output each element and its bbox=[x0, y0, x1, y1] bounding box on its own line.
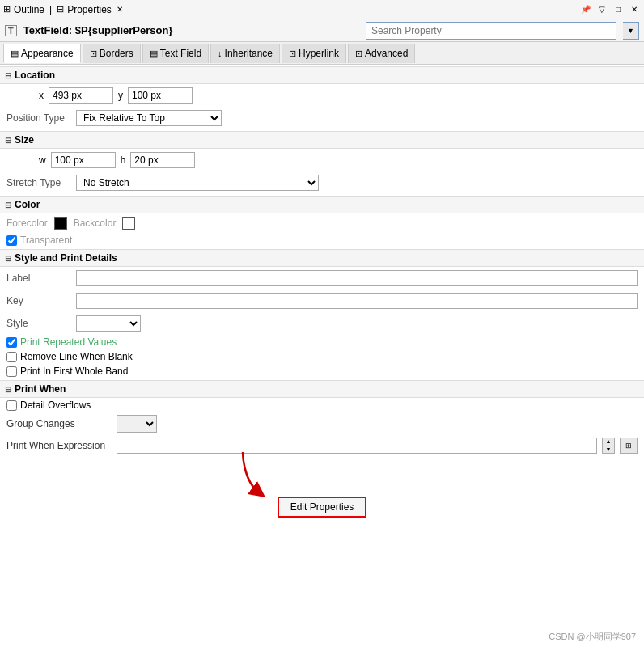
print-when-expr-input[interactable] bbox=[117, 438, 597, 454]
key-row: Key bbox=[0, 290, 644, 312]
color-row: Forecolor Backcolor bbox=[0, 213, 644, 233]
tab-borders[interactable]: ⊡ Borders bbox=[83, 44, 141, 63]
print-first-checkbox[interactable] bbox=[6, 366, 17, 377]
outline-tab[interactable]: Outline bbox=[14, 4, 44, 15]
tab-inheritance[interactable]: ↓ Inheritance bbox=[210, 44, 280, 63]
position-type-row: Position Type Fix Relative To Top Float … bbox=[0, 107, 644, 129]
forecolor-label: Forecolor bbox=[6, 218, 48, 229]
spinner-up-icon[interactable]: ▲ ▼ bbox=[602, 438, 615, 454]
appearance-icon: ▤ bbox=[11, 49, 19, 59]
style-print-section-header: ⊟ Style and Print Details bbox=[0, 249, 644, 267]
minimize-view-icon[interactable]: ▽ bbox=[595, 3, 608, 16]
forecolor-swatch[interactable] bbox=[54, 217, 67, 230]
tab-advanced-label: Advanced bbox=[365, 48, 408, 59]
remove-line-row: Remove Line When Blank bbox=[0, 349, 644, 364]
borders-icon: ⊡ bbox=[90, 49, 97, 59]
group-changes-row: Group Changes bbox=[0, 412, 644, 435]
outline-icon: ⊞ bbox=[3, 4, 11, 15]
x-label: x bbox=[39, 90, 44, 101]
title-bar-left: ⊞ Outline | ⊟ Properties ✕ bbox=[3, 4, 579, 15]
hyperlink-icon: ⊡ bbox=[289, 49, 296, 59]
close-view-icon[interactable]: ✕ bbox=[628, 3, 641, 16]
print-first-row: Print In First Whole Band bbox=[0, 364, 644, 378]
key-input[interactable] bbox=[76, 293, 638, 309]
tab-textfield-label: Text Field bbox=[160, 48, 201, 59]
tabs-row: ▤ Appearance ⊡ Borders ▤ Text Field ↓ In… bbox=[0, 42, 644, 65]
transparent-label: Transparent bbox=[20, 235, 72, 246]
style-select[interactable] bbox=[76, 315, 141, 332]
size-wh-row: w h bbox=[0, 149, 644, 171]
location-xy-row: x y bbox=[0, 84, 644, 107]
backcolor-swatch[interactable] bbox=[122, 217, 135, 230]
print-when-section-label: Print When bbox=[15, 383, 66, 395]
detail-overflows-row: Detail Overflows bbox=[0, 398, 644, 412]
tab-inheritance-label: Inheritance bbox=[225, 48, 273, 59]
key-label: Key bbox=[6, 295, 71, 306]
size-section-label: Size bbox=[15, 134, 34, 146]
field-title-row: T TextField: $P{supplierPerson} ▼ bbox=[0, 19, 644, 42]
style-label: Style bbox=[6, 318, 71, 329]
location-section-header: ⊟ Location bbox=[0, 66, 644, 84]
size-collapse-icon[interactable]: ⊟ bbox=[5, 136, 11, 145]
tab-hyperlink-label: Hyperlink bbox=[299, 48, 339, 59]
x-input[interactable] bbox=[49, 87, 113, 104]
transparent-checkbox[interactable] bbox=[6, 235, 17, 246]
remove-line-checkbox[interactable] bbox=[6, 352, 17, 362]
position-type-select[interactable]: Fix Relative To Top Float Fix Relative T… bbox=[76, 110, 222, 126]
print-first-label: Print In First Whole Band bbox=[20, 366, 128, 377]
style-print-collapse-icon[interactable]: ⊟ bbox=[5, 254, 11, 263]
properties-tab[interactable]: Properties bbox=[67, 4, 112, 15]
print-when-collapse-icon[interactable]: ⊟ bbox=[5, 385, 11, 394]
detail-overflows-checkbox[interactable] bbox=[6, 400, 17, 411]
pin-icon[interactable]: 📌 bbox=[579, 3, 592, 16]
advanced-icon: ⊡ bbox=[355, 49, 362, 59]
properties-icon: ⊟ bbox=[57, 4, 64, 15]
h-input[interactable] bbox=[130, 152, 195, 168]
stretch-type-row: Stretch Type No Stretch Relative To Tall… bbox=[0, 171, 644, 194]
color-section-label: Color bbox=[15, 199, 40, 210]
title-bar: ⊞ Outline | ⊟ Properties ✕ 📌 ▽ □ ✕ bbox=[0, 0, 644, 19]
close-tab-icon[interactable]: ✕ bbox=[117, 5, 123, 14]
tab-hyperlink[interactable]: ⊡ Hyperlink bbox=[282, 44, 346, 63]
tab-appearance[interactable]: ▤ Appearance bbox=[3, 44, 81, 63]
print-repeated-label: Print Repeated Values bbox=[20, 336, 117, 348]
y-input[interactable] bbox=[128, 87, 193, 104]
print-when-section-header: ⊟ Print When bbox=[0, 380, 644, 398]
print-when-expr-label: Print When Expression bbox=[6, 440, 112, 451]
title-bar-controls: 📌 ▽ □ ✕ bbox=[579, 3, 641, 16]
tab-appearance-label: Appearance bbox=[21, 48, 74, 59]
label-label: Label bbox=[6, 273, 71, 284]
print-repeated-checkbox[interactable] bbox=[6, 337, 17, 348]
transparent-row: Transparent bbox=[0, 233, 644, 247]
inheritance-icon: ↓ bbox=[218, 49, 222, 58]
w-label: w bbox=[39, 154, 46, 166]
stretch-type-label: Stretch Type bbox=[6, 177, 71, 188]
tab-advanced[interactable]: ⊡ Advanced bbox=[348, 44, 415, 63]
stretch-type-select[interactable]: No Stretch Relative To Tallest Object Re… bbox=[76, 175, 319, 191]
search-dropdown-button[interactable]: ▼ bbox=[623, 22, 639, 40]
position-type-label: Position Type bbox=[6, 112, 71, 124]
expression-editor-button[interactable]: ⊞ bbox=[620, 438, 638, 454]
search-property-input[interactable] bbox=[366, 22, 616, 40]
print-when-expr-row: Print When Expression ▲ ▼ ⊞ bbox=[0, 435, 644, 456]
label-input[interactable] bbox=[76, 270, 638, 286]
expression-editor-icon: ⊞ bbox=[625, 442, 632, 450]
group-changes-label: Group Changes bbox=[6, 418, 112, 429]
red-arrow-svg bbox=[227, 448, 291, 505]
group-changes-select[interactable] bbox=[117, 415, 157, 433]
maximize-view-icon[interactable]: □ bbox=[612, 3, 625, 16]
edit-properties-container: Edit Properties bbox=[0, 456, 644, 527]
color-collapse-icon[interactable]: ⊟ bbox=[5, 201, 11, 209]
content-area: ⊟ Location x y Position Type Fix Relativ… bbox=[0, 65, 644, 651]
w-input[interactable] bbox=[51, 152, 116, 168]
location-collapse-icon[interactable]: ⊟ bbox=[5, 71, 11, 80]
tab-textfield[interactable]: ▤ Text Field bbox=[142, 44, 209, 63]
h-label: h bbox=[121, 154, 126, 166]
field-title: TextField: $P{supplierPerson} bbox=[23, 24, 359, 36]
textfield-icon: T bbox=[5, 25, 17, 36]
y-label: y bbox=[118, 90, 123, 101]
tab-borders-label: Borders bbox=[100, 48, 133, 59]
watermark: CSDN @小明同学907 bbox=[549, 631, 636, 643]
label-row: Label bbox=[0, 267, 644, 290]
backcolor-label: Backcolor bbox=[74, 218, 117, 229]
